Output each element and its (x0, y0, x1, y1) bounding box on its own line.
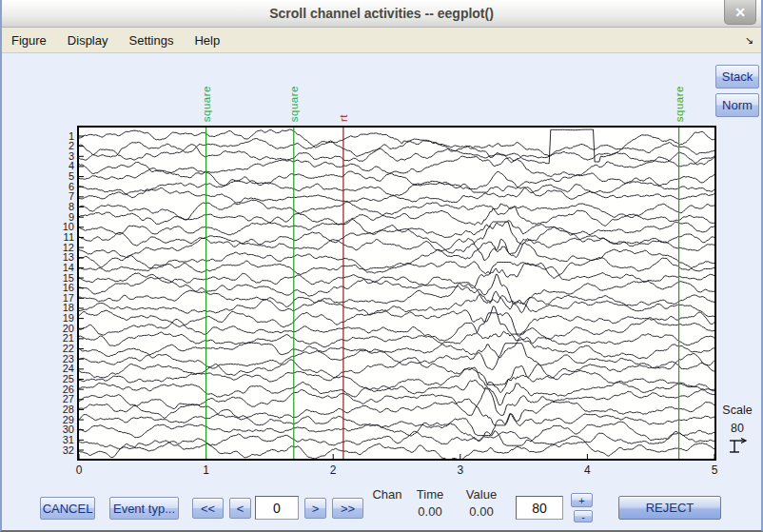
position-input[interactable] (255, 496, 299, 520)
scale-indicator-label: Scale (714, 404, 761, 417)
event-marker-label-square: square (674, 86, 685, 122)
plus-icon: + (578, 495, 584, 506)
cancel-button[interactable]: CANCEL (40, 497, 95, 520)
scale-ibeam-icon (727, 437, 750, 456)
time-readout-value: 0.00 (411, 504, 449, 519)
fast-forward-button[interactable]: >> (332, 498, 363, 519)
stack-button[interactable]: Stack (715, 65, 759, 89)
menu-settings[interactable]: Settings (128, 33, 173, 48)
fast-backward-icon: << (201, 502, 215, 516)
eeg-trace-channel-24 (79, 358, 714, 385)
menu-figure[interactable]: Figure (11, 33, 47, 48)
event-types-button-label: Event typ... (113, 502, 175, 516)
eeg-trace-channel-16 (79, 274, 714, 304)
x-tick-label-3: 3 (457, 463, 463, 477)
eeg-trace-channel-21 (79, 323, 714, 346)
eeg-trace-channel-11 (79, 222, 714, 253)
menu-help[interactable]: Help (194, 33, 220, 48)
value-readout-value: 0.00 (460, 504, 502, 519)
eeg-trace-channel-10 (79, 219, 714, 237)
norm-button[interactable]: Norm (715, 93, 759, 117)
x-tick-label-2: 2 (330, 463, 337, 477)
event-marker-label-square: square (288, 86, 300, 122)
fast-backward-button[interactable]: << (192, 498, 224, 519)
eeg-trace-channel-18 (79, 294, 714, 317)
forward-icon: > (312, 502, 320, 516)
eeg-trace-channel-22 (79, 337, 714, 358)
time-readout-label: Time (411, 487, 449, 502)
scale-input[interactable] (516, 496, 563, 520)
title-bar: Scroll channel activities -- eegplot() ✕ (2, 0, 761, 28)
event-marker-label-rt: rt (338, 114, 349, 122)
backward-icon: < (237, 502, 245, 516)
menu-overflow-icon[interactable]: ↘ (745, 34, 753, 47)
eeg-trace-channel-13 (79, 242, 714, 273)
reject-button[interactable]: REJECT (618, 496, 721, 520)
menu-bar: Figure Display Settings Help ↘ (2, 28, 761, 53)
backward-button[interactable]: < (229, 498, 251, 519)
scale-increase-button[interactable]: + (571, 493, 593, 507)
chan-readout-label: Chan (368, 487, 406, 502)
eeg-trace-channel-9 (79, 204, 714, 226)
x-tick-label-5: 5 (712, 463, 718, 477)
x-tick-label-4: 4 (584, 463, 591, 477)
minus-icon: - (581, 511, 585, 522)
channel-label-32: 32 (42, 444, 74, 457)
norm-button-label: Norm (722, 98, 753, 112)
eeg-trace-channel-12 (79, 236, 714, 261)
stack-button-label: Stack (722, 69, 753, 84)
fast-forward-icon: >> (341, 502, 355, 516)
event-marker-label-square: square (201, 86, 212, 122)
x-tick-label-1: 1 (203, 463, 209, 477)
eeg-trace-channel-2 (79, 139, 714, 158)
x-tick-label-0: 0 (76, 463, 83, 477)
eeg-trace-channel-30 (79, 422, 714, 445)
scale-indicator-value: 80 (714, 422, 761, 435)
value-readout-label: Value (460, 487, 502, 502)
eeg-trace-channel-26 (79, 380, 714, 404)
reject-button-label: REJECT (646, 501, 695, 515)
eeg-trace-channel-27 (79, 386, 714, 415)
cancel-button-label: CANCEL (43, 502, 93, 516)
eeg-plot-area[interactable] (77, 126, 716, 461)
eeg-trace-channel-4 (79, 156, 714, 177)
window-title: Scroll channel activities -- eegplot() (2, 6, 761, 21)
eegplot-window: Scroll channel activities -- eegplot() ✕… (0, 0, 763, 532)
eeg-trace-channel-3 (79, 145, 714, 165)
event-types-button[interactable]: Event typ... (109, 497, 179, 520)
eeg-trace-channel-31 (79, 431, 714, 449)
eeg-trace-channel-23 (79, 344, 714, 370)
close-icon: ✕ (734, 5, 746, 20)
scale-decrease-button[interactable]: - (574, 510, 593, 522)
close-button[interactable]: ✕ (724, 0, 756, 25)
eeg-plot-svg (79, 128, 714, 459)
forward-button[interactable]: > (304, 498, 326, 519)
menu-display[interactable]: Display (68, 33, 108, 48)
